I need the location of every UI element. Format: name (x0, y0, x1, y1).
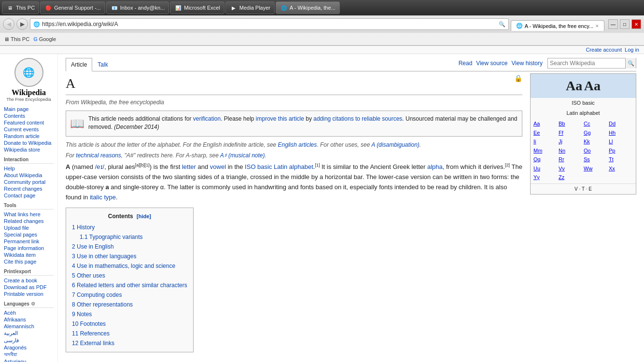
sidebar-link-featured[interactable]: Featured content (4, 119, 54, 126)
sidebar-link-relatedchanges[interactable]: Related changes (4, 218, 54, 224)
sidebar-link-contents[interactable]: Contents (4, 112, 54, 119)
active-tab[interactable]: 🌐 A - Wikipedia, the free ency... ✕ (511, 20, 604, 31)
tab-article[interactable]: Article (66, 58, 92, 71)
sidebar-lang-aceh[interactable]: Acèh (4, 309, 54, 316)
infobox-letter-Vv[interactable]: Vv (559, 165, 583, 173)
maximize-button[interactable]: □ (620, 19, 630, 29)
contents-hide-btn[interactable]: [hide] (137, 213, 151, 219)
sidebar-link-random[interactable]: Random article (4, 133, 54, 139)
infobox-letter-Uu[interactable]: Uu (533, 165, 558, 173)
sidebar-link-createbook[interactable]: Create a book (4, 277, 54, 284)
sidebar-link-whatlinks[interactable]: What links here (4, 211, 54, 218)
taskbar-btn-mediaplayer[interactable]: ▶ Media Player (225, 1, 275, 14)
infobox-letter-Ww[interactable]: Ww (584, 165, 608, 173)
sidebar-link-printable[interactable]: Printable version (4, 291, 54, 297)
sidebar-link-specialpages[interactable]: Special pages (4, 231, 54, 238)
infobox-letter-Zz[interactable]: Zz (559, 173, 583, 181)
sidebar-link-about[interactable]: About Wikipedia (4, 172, 54, 179)
pronunciation-link[interactable]: /eɪ/ (95, 163, 104, 170)
taskbar-btn-excel[interactable]: 📊 Microsoft Excel (170, 1, 224, 14)
back-button[interactable]: ◀ (3, 18, 14, 30)
improve-link[interactable]: improve this article (256, 115, 304, 122)
infobox-letter-Xx[interactable]: Xx (609, 165, 633, 173)
login-link[interactable]: Log in (625, 47, 639, 53)
contents-link-typographic[interactable]: 1.1 Typographic variants (80, 234, 143, 240)
infobox-letter-Hh[interactable]: Hh (609, 129, 633, 137)
infobox-letter-Yy[interactable]: Yy (533, 173, 558, 181)
viewhistory-action[interactable]: View history (512, 59, 543, 68)
vowel-link[interactable]: vowel (210, 163, 226, 170)
sidebar-link-donate[interactable]: Donate to Wikipedia (4, 139, 54, 146)
infobox-letter-Ss[interactable]: Ss (584, 155, 608, 164)
infobox-letter-Ll[interactable]: Ll (609, 138, 633, 146)
sidebar-lang-assamese[interactable]: অসমীয়া (4, 351, 54, 358)
taskbar-btn-outlook[interactable]: 📧 Inbox - andy@kn... (106, 1, 169, 14)
infobox-letter-Kk[interactable]: Kk (584, 138, 608, 146)
infobox-letter-Qq[interactable]: Qq (533, 155, 558, 164)
technical-reasons-link[interactable]: technical reasons (76, 152, 121, 159)
infobox-letter-Bb[interactable]: Bb (559, 120, 583, 128)
contents-link-notes[interactable]: 9 Notes (72, 311, 92, 318)
alpha-link[interactable]: alpha (427, 163, 443, 170)
infobox-letter-Aa[interactable]: Aa (533, 120, 558, 128)
tab-close-btn[interactable]: ✕ (595, 24, 599, 28)
search-input[interactable] (548, 60, 625, 67)
contents-link-representations[interactable]: 8 Other representations (72, 301, 133, 308)
taskbar-btn-support[interactable]: 🔴 General Support -... (40, 1, 105, 14)
contents-link-related[interactable]: 6 Related letters and other similar char… (72, 282, 187, 289)
asharp-link[interactable]: A♯ (musical note) (220, 152, 265, 159)
infobox-letter-Jj[interactable]: Jj (559, 138, 583, 146)
contents-link-external[interactable]: 12 External links (72, 340, 114, 347)
taskbar-btn-wikipedia[interactable]: 🌐 A - Wikipedia, the... (276, 1, 340, 14)
contents-link-references[interactable]: 11 References (72, 330, 110, 337)
bookmark-google[interactable]: G Google (33, 36, 56, 42)
sidebar-link-contact[interactable]: Contact page (4, 192, 54, 199)
infobox-letter-Ee[interactable]: Ee (533, 129, 558, 137)
sidebar-link-permanent[interactable]: Permanent link (4, 238, 54, 245)
viewsource-action[interactable]: View source (476, 59, 507, 68)
infobox-letter-Dd[interactable]: Dd (609, 120, 633, 128)
sidebar-link-pageinfo[interactable]: Page information (4, 245, 54, 251)
sidebar-link-wikidata[interactable]: Wikidata item (4, 251, 54, 258)
search-button[interactable]: 🔍 (625, 58, 636, 69)
contents-link-other[interactable]: 5 Other uses (72, 272, 105, 279)
read-action[interactable]: Read (459, 59, 473, 68)
close-button[interactable]: ✕ (631, 19, 641, 29)
sidebar-lang-aragones[interactable]: Aragonés (4, 344, 54, 351)
bookmark-thispc[interactable]: 🖥 This PC (4, 36, 29, 42)
taskbar-btn-thispc[interactable]: 🖥 This PC (2, 1, 39, 14)
contents-link-otherlang[interactable]: 3 Use in other languages (72, 253, 136, 260)
infobox-letter-Pp[interactable]: Pp (609, 147, 633, 155)
iso-basic-link[interactable]: ISO basic Latin alphabet (245, 163, 313, 170)
languages-settings-icon[interactable]: ⚙ (31, 301, 35, 306)
infobox-letter-Rr[interactable]: Rr (559, 155, 583, 164)
sidebar-link-mainpage[interactable]: Main page (4, 106, 54, 112)
sidebar-lang-arabic[interactable]: العربية (4, 330, 54, 337)
sidebar-link-cite[interactable]: Cite this page (4, 258, 54, 265)
sidebar-link-currentevents[interactable]: Current events (4, 126, 54, 133)
contents-link-history[interactable]: 1 History (72, 224, 95, 231)
address-bar[interactable]: 🌐 https://en.wikipedia.org/wiki/A 🔍 (30, 18, 509, 30)
infobox-letter-Nn[interactable]: Nn (559, 147, 583, 155)
create-account-link[interactable]: Create account (586, 47, 622, 53)
contents-link-english[interactable]: 2 Use in English (72, 243, 114, 250)
sidebar-lang-alemannisch[interactable]: Alemannisch (4, 323, 54, 330)
citations-link[interactable]: adding citations to reliable sources (313, 115, 402, 122)
letter-link[interactable]: letter (182, 163, 196, 170)
sidebar-lang-farsi[interactable]: فارسی (4, 337, 54, 344)
sidebar-link-community[interactable]: Community portal (4, 179, 54, 185)
english-articles-link[interactable]: English articles (278, 141, 317, 148)
sidebar-link-downloadpdf[interactable]: Download as PDF (4, 284, 54, 291)
sidebar-link-recentchanges[interactable]: Recent changes (4, 185, 54, 192)
contents-link-computing[interactable]: 7 Computing codes (72, 292, 122, 298)
contents-link-math[interactable]: 4 Use in mathematics, logic and science (72, 263, 175, 269)
infobox-letter-Mm[interactable]: Mm (533, 147, 558, 155)
sidebar-link-store[interactable]: Wikipedia store (4, 146, 54, 153)
infobox-letter-Oo[interactable]: Oo (584, 147, 608, 155)
sidebar-link-help[interactable]: Help (4, 165, 54, 172)
tab-talk[interactable]: Talk (92, 58, 113, 71)
sidebar-lang-afrikaans[interactable]: Afrikaans (4, 316, 54, 323)
disambiguation-link[interactable]: A (disambiguation) (371, 141, 420, 148)
infobox-letter-Gg[interactable]: Gg (584, 129, 608, 137)
infobox-letter-Tt[interactable]: Tt (609, 155, 633, 164)
